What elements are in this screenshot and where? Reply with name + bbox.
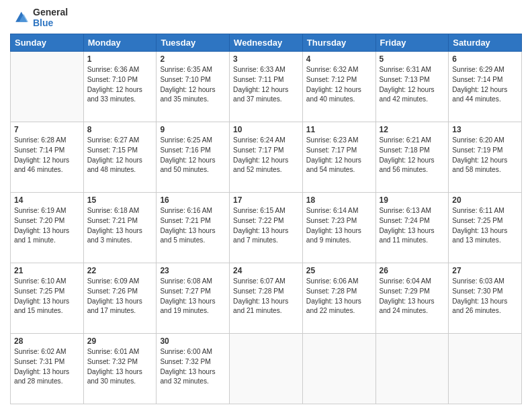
cell-info: Sunrise: 6:08 AMSunset: 7:27 PMDaylight:… bbox=[160, 277, 226, 316]
day-number: 25 bbox=[306, 266, 372, 275]
day-number: 30 bbox=[160, 336, 226, 346]
day-number: 8 bbox=[87, 125, 153, 134]
cell-info: Sunrise: 6:32 AMSunset: 7:12 PMDaylight:… bbox=[306, 65, 372, 105]
day-number: 6 bbox=[452, 54, 518, 64]
day-number: 24 bbox=[233, 266, 299, 275]
week-row-1: 1Sunrise: 6:36 AMSunset: 7:10 PMDaylight… bbox=[11, 52, 522, 122]
day-number: 15 bbox=[87, 195, 153, 205]
weekday-header-saturday: Saturday bbox=[449, 34, 522, 52]
cell-info: Sunrise: 6:21 AMSunset: 7:18 PMDaylight:… bbox=[380, 136, 445, 175]
header: General Blue bbox=[10, 7, 522, 28]
cell-info: Sunrise: 6:02 AMSunset: 7:31 PMDaylight:… bbox=[14, 347, 80, 387]
day-cell: 12Sunrise: 6:21 AMSunset: 7:18 PMDayligh… bbox=[375, 122, 449, 193]
day-cell: 26Sunrise: 6:04 AMSunset: 7:29 PMDayligh… bbox=[375, 263, 449, 334]
day-cell bbox=[375, 334, 449, 404]
day-number: 12 bbox=[380, 125, 445, 134]
day-cell: 14Sunrise: 6:19 AMSunset: 7:20 PMDayligh… bbox=[11, 193, 84, 263]
day-cell: 2Sunrise: 6:35 AMSunset: 7:10 PMDaylight… bbox=[157, 52, 230, 122]
weekday-header-tuesday: Tuesday bbox=[157, 34, 230, 52]
cell-info: Sunrise: 6:16 AMSunset: 7:21 PMDaylight:… bbox=[160, 206, 226, 246]
day-cell: 20Sunrise: 6:11 AMSunset: 7:25 PMDayligh… bbox=[449, 193, 522, 263]
cell-info: Sunrise: 6:29 AMSunset: 7:14 PMDaylight:… bbox=[452, 65, 518, 105]
day-number: 1 bbox=[87, 54, 153, 64]
day-cell bbox=[230, 334, 303, 404]
cell-info: Sunrise: 6:00 AMSunset: 7:32 PMDaylight:… bbox=[160, 347, 226, 387]
cell-info: Sunrise: 6:28 AMSunset: 7:14 PMDaylight:… bbox=[14, 136, 80, 175]
cell-info: Sunrise: 6:24 AMSunset: 7:17 PMDaylight:… bbox=[233, 136, 299, 175]
day-number: 20 bbox=[452, 195, 518, 205]
day-number: 22 bbox=[87, 266, 153, 275]
day-cell: 27Sunrise: 6:03 AMSunset: 7:30 PMDayligh… bbox=[449, 263, 522, 334]
day-cell: 28Sunrise: 6:02 AMSunset: 7:31 PMDayligh… bbox=[11, 334, 84, 404]
day-cell: 1Sunrise: 6:36 AMSunset: 7:10 PMDaylight… bbox=[83, 52, 157, 122]
day-cell: 25Sunrise: 6:06 AMSunset: 7:28 PMDayligh… bbox=[302, 263, 375, 334]
day-number: 18 bbox=[306, 195, 372, 205]
day-number: 29 bbox=[87, 336, 153, 346]
day-number: 23 bbox=[160, 266, 226, 275]
weekday-header-row: SundayMondayTuesdayWednesdayThursdayFrid… bbox=[11, 34, 522, 52]
week-row-5: 28Sunrise: 6:02 AMSunset: 7:31 PMDayligh… bbox=[11, 334, 522, 404]
cell-info: Sunrise: 6:07 AMSunset: 7:28 PMDaylight:… bbox=[233, 277, 299, 316]
day-number: 28 bbox=[14, 336, 80, 346]
day-number: 10 bbox=[233, 125, 299, 134]
cell-info: Sunrise: 6:09 AMSunset: 7:26 PMDaylight:… bbox=[87, 277, 153, 316]
day-number: 11 bbox=[306, 125, 372, 134]
cell-info: Sunrise: 6:15 AMSunset: 7:22 PMDaylight:… bbox=[233, 206, 299, 246]
day-number: 3 bbox=[233, 54, 299, 64]
day-cell: 17Sunrise: 6:15 AMSunset: 7:22 PMDayligh… bbox=[230, 193, 303, 263]
day-cell: 5Sunrise: 6:31 AMSunset: 7:13 PMDaylight… bbox=[375, 52, 449, 122]
day-cell: 6Sunrise: 6:29 AMSunset: 7:14 PMDaylight… bbox=[449, 52, 522, 122]
day-cell: 18Sunrise: 6:14 AMSunset: 7:23 PMDayligh… bbox=[302, 193, 375, 263]
day-number: 4 bbox=[306, 54, 372, 64]
cell-info: Sunrise: 6:25 AMSunset: 7:16 PMDaylight:… bbox=[160, 136, 226, 175]
weekday-header-sunday: Sunday bbox=[11, 34, 84, 52]
day-number: 19 bbox=[380, 195, 445, 205]
weekday-header-thursday: Thursday bbox=[302, 34, 375, 52]
cell-info: Sunrise: 6:18 AMSunset: 7:21 PMDaylight:… bbox=[87, 206, 153, 246]
day-cell bbox=[449, 334, 522, 404]
weekday-header-wednesday: Wednesday bbox=[230, 34, 303, 52]
day-cell: 29Sunrise: 6:01 AMSunset: 7:32 PMDayligh… bbox=[83, 334, 157, 404]
day-cell: 3Sunrise: 6:33 AMSunset: 7:11 PMDaylight… bbox=[230, 52, 303, 122]
week-row-4: 21Sunrise: 6:10 AMSunset: 7:25 PMDayligh… bbox=[11, 263, 522, 334]
day-cell: 4Sunrise: 6:32 AMSunset: 7:12 PMDaylight… bbox=[302, 52, 375, 122]
week-row-3: 14Sunrise: 6:19 AMSunset: 7:20 PMDayligh… bbox=[11, 193, 522, 263]
day-number: 17 bbox=[233, 195, 299, 205]
page: General Blue SundayMondayTuesdayWednesda… bbox=[0, 0, 532, 411]
cell-info: Sunrise: 6:04 AMSunset: 7:29 PMDaylight:… bbox=[380, 277, 445, 316]
cell-info: Sunrise: 6:36 AMSunset: 7:10 PMDaylight:… bbox=[87, 65, 153, 105]
cell-info: Sunrise: 6:01 AMSunset: 7:32 PMDaylight:… bbox=[87, 347, 153, 387]
cell-info: Sunrise: 6:19 AMSunset: 7:20 PMDaylight:… bbox=[14, 206, 80, 246]
logo-text: General Blue bbox=[33, 7, 68, 28]
day-number: 13 bbox=[452, 125, 518, 134]
day-cell: 9Sunrise: 6:25 AMSunset: 7:16 PMDaylight… bbox=[157, 122, 230, 193]
cell-info: Sunrise: 6:10 AMSunset: 7:25 PMDaylight:… bbox=[14, 277, 80, 316]
calendar-table: SundayMondayTuesdayWednesdayThursdayFrid… bbox=[10, 34, 522, 404]
day-cell: 7Sunrise: 6:28 AMSunset: 7:14 PMDaylight… bbox=[11, 122, 84, 193]
cell-info: Sunrise: 6:23 AMSunset: 7:17 PMDaylight:… bbox=[306, 136, 372, 175]
logo: General Blue bbox=[10, 7, 68, 28]
day-cell: 13Sunrise: 6:20 AMSunset: 7:19 PMDayligh… bbox=[449, 122, 522, 193]
weekday-header-friday: Friday bbox=[375, 34, 449, 52]
week-row-2: 7Sunrise: 6:28 AMSunset: 7:14 PMDaylight… bbox=[11, 122, 522, 193]
cell-info: Sunrise: 6:31 AMSunset: 7:13 PMDaylight:… bbox=[380, 65, 445, 105]
logo-icon bbox=[10, 9, 30, 26]
cell-info: Sunrise: 6:20 AMSunset: 7:19 PMDaylight:… bbox=[452, 136, 518, 175]
weekday-header-monday: Monday bbox=[83, 34, 157, 52]
day-cell: 8Sunrise: 6:27 AMSunset: 7:15 PMDaylight… bbox=[83, 122, 157, 193]
cell-info: Sunrise: 6:27 AMSunset: 7:15 PMDaylight:… bbox=[87, 136, 153, 175]
day-cell: 22Sunrise: 6:09 AMSunset: 7:26 PMDayligh… bbox=[83, 263, 157, 334]
cell-info: Sunrise: 6:35 AMSunset: 7:10 PMDaylight:… bbox=[160, 65, 226, 105]
day-cell: 21Sunrise: 6:10 AMSunset: 7:25 PMDayligh… bbox=[11, 263, 84, 334]
day-number: 21 bbox=[14, 266, 80, 275]
day-number: 26 bbox=[380, 266, 445, 275]
day-number: 27 bbox=[452, 266, 518, 275]
day-number: 14 bbox=[14, 195, 80, 205]
day-cell: 10Sunrise: 6:24 AMSunset: 7:17 PMDayligh… bbox=[230, 122, 303, 193]
day-cell: 19Sunrise: 6:13 AMSunset: 7:24 PMDayligh… bbox=[375, 193, 449, 263]
day-cell: 24Sunrise: 6:07 AMSunset: 7:28 PMDayligh… bbox=[230, 263, 303, 334]
day-cell: 30Sunrise: 6:00 AMSunset: 7:32 PMDayligh… bbox=[157, 334, 230, 404]
day-number: 2 bbox=[160, 54, 226, 64]
cell-info: Sunrise: 6:33 AMSunset: 7:11 PMDaylight:… bbox=[233, 65, 299, 105]
day-cell bbox=[302, 334, 375, 404]
